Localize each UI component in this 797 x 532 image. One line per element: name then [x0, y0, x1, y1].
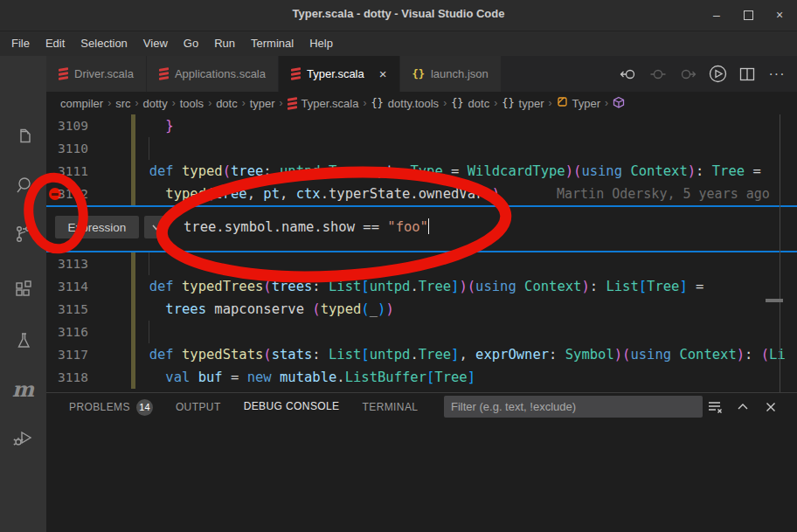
breadcrumb-label: typer	[250, 97, 275, 110]
expression-token: tree.symbol.name.show ==	[184, 219, 387, 235]
panel-tab-label: OUTPUT	[176, 394, 221, 421]
source-control-icon[interactable]	[0, 217, 46, 252]
condition-type-select[interactable]: Expression	[55, 216, 139, 238]
breadcrumb-item-dotc[interactable]: dotc	[216, 97, 238, 110]
panel-tab-output[interactable]: OUTPUT	[176, 394, 221, 421]
code-line-3110[interactable]: 3110	[46, 137, 797, 160]
indent-guide	[149, 252, 149, 275]
extensions-icon[interactable]	[0, 272, 46, 307]
code-line-3115[interactable]: 3115 trees mapconserve (typed(_))	[46, 298, 797, 321]
braces-json-icon: {}	[451, 97, 463, 109]
code-line-3118[interactable]: 3118 val buf = new mutable.ListBuffer[Tr…	[46, 366, 797, 389]
test-flask-icon[interactable]	[0, 323, 46, 358]
menu-bar: FileEditSelectionViewGoRunTerminalHelp	[0, 31, 797, 56]
activity-bar: m	[0, 56, 46, 532]
code-line-3114[interactable]: 3114 def typedTrees(trees: List[untpd.Tr…	[46, 275, 797, 298]
panel-header: PROBLEMS14OUTPUTDEBUG CONSOLETERMINAL	[46, 392, 797, 421]
close-panel-icon[interactable]	[760, 397, 781, 418]
debug-filter-input[interactable]	[444, 396, 703, 418]
maximize-panel-icon[interactable]	[732, 397, 753, 418]
class-symbol-icon	[557, 96, 568, 110]
breadcrumb-item-typer[interactable]: {}typer	[502, 97, 544, 110]
code-line-3117[interactable]: 3117 def typedStats(stats: List[untpd.Tr…	[46, 343, 797, 366]
breadcrumb-separator: ›	[238, 97, 250, 109]
metals-icon[interactable]: m	[0, 372, 46, 407]
breadcrumb-label: Typer.scala	[301, 97, 359, 110]
breadcrumb-item-dotty[interactable]: dotty	[142, 97, 167, 110]
code-text: def typedTrees(trees: List[untpd.Tree])(…	[133, 275, 703, 298]
explorer-icon[interactable]	[0, 119, 46, 154]
breadcrumb-item-src[interactable]: src	[115, 97, 130, 110]
split-editor-icon[interactable]	[736, 63, 759, 86]
breadcrumb-item-typer[interactable]: typer	[250, 97, 275, 110]
git-modified-gutter	[131, 137, 135, 160]
panel-tab-label: PROBLEMS	[69, 394, 130, 421]
clear-console-icon[interactable]	[704, 397, 725, 418]
menu-view[interactable]: View	[135, 34, 176, 53]
line-number: 3112	[46, 183, 88, 205]
menu-file[interactable]: File	[3, 34, 38, 53]
code-line-3116[interactable]: 3116	[46, 321, 797, 343]
line-number: 3117	[46, 343, 88, 366]
braces-json-icon: {}	[502, 97, 514, 109]
tab-driver-scala[interactable]: Driver.scala	[46, 56, 147, 92]
menu-help[interactable]: Help	[301, 34, 341, 53]
code-line-3109[interactable]: 3109 }	[46, 114, 797, 137]
close-tab-icon[interactable]: ×	[379, 66, 387, 81]
menu-edit[interactable]: Edit	[38, 34, 73, 53]
breadcrumb-label: dotty.tools	[388, 97, 439, 110]
panel-tab-problems[interactable]: PROBLEMS14	[69, 394, 153, 421]
problems-count-badge: 14	[136, 399, 153, 416]
menu-terminal[interactable]: Terminal	[243, 34, 301, 53]
indent-guide	[149, 137, 149, 160]
indent-guide	[149, 321, 149, 343]
panel-tab-terminal[interactable]: TERMINAL	[363, 394, 419, 421]
tab-launch-json[interactable]: {}launch.json	[400, 56, 502, 92]
minimize-button[interactable]: –	[706, 5, 727, 24]
breakpoint-condition-widget: Expressiontree.symbol.name.show == "foo"	[46, 205, 797, 252]
line-number: 3109	[46, 114, 88, 137]
metals-m-glyph: m	[12, 381, 34, 398]
line-number: 3115	[46, 298, 88, 321]
braces-json-icon: {}	[371, 97, 383, 109]
close-window-button[interactable]: ×	[769, 5, 790, 24]
more-actions-icon[interactable]: ···	[766, 63, 788, 86]
line-number: 3114	[46, 275, 88, 298]
go-last-edit-icon[interactable]	[647, 63, 669, 86]
tab-typer-scala[interactable]: Typer.scala×	[279, 56, 400, 92]
breadcrumb-separator: ›	[130, 97, 142, 109]
code-text: typed(tree, pt, ctx.typerState.ownedVars…	[133, 183, 500, 205]
git-blame-annotation: Martin Odersky, 5 years ago	[557, 183, 770, 205]
panel-tab-debug-console[interactable]: DEBUG CONSOLE	[244, 393, 340, 421]
breadcrumb-label: compiler	[60, 97, 103, 110]
condition-expression-input[interactable]: tree.symbol.name.show == "foo"	[184, 207, 429, 247]
breadcrumb-item-symbol[interactable]	[613, 96, 625, 111]
code-line-3111[interactable]: 3111 def typed(tree: untpd.Tree, pt: Typ…	[46, 160, 797, 183]
breadcrumb-item-tools[interactable]: tools	[180, 97, 204, 110]
run-debug-icon[interactable]	[0, 421, 46, 456]
breadcrumb-item-typer[interactable]: Typer	[557, 96, 601, 110]
chevron-down-icon[interactable]	[144, 216, 168, 238]
breadcrumb-item-dotc[interactable]: {}dotc	[451, 97, 489, 110]
maximize-button[interactable]	[738, 5, 759, 24]
code-editor[interactable]: 3109 }31103111 def typed(tree: untpd.Tre…	[46, 114, 797, 392]
code-text: val buf = new mutable.ListBuffer[Tree]	[133, 366, 475, 389]
run-or-debug-icon[interactable]	[706, 63, 729, 86]
search-icon[interactable]	[0, 168, 46, 203]
panel-tab-label: DEBUG CONSOLE	[244, 393, 340, 420]
scala-file-icon	[159, 68, 169, 79]
tab-applications-scala[interactable]: Applications.scala	[147, 56, 279, 92]
breadcrumb-label: dotc	[216, 97, 238, 110]
menu-run[interactable]: Run	[206, 34, 243, 53]
menu-selection[interactable]: Selection	[73, 34, 135, 53]
overview-ruler-marker	[766, 299, 783, 302]
code-line-3112[interactable]: 3112 typed(tree, pt, ctx.typerState.owne…	[46, 183, 797, 205]
breadcrumb-item-dotty-tools[interactable]: {}dotty.tools	[371, 97, 439, 110]
breadcrumb-item-compiler[interactable]: compiler	[60, 97, 103, 110]
code-line-3113[interactable]: 3113	[46, 252, 797, 275]
debug-console-content[interactable]	[46, 420, 797, 532]
go-forward-icon[interactable]	[676, 63, 699, 86]
menu-go[interactable]: Go	[176, 34, 206, 53]
go-back-icon[interactable]	[617, 63, 640, 86]
breadcrumb-item-typer-scala[interactable]: Typer.scala	[288, 97, 359, 110]
